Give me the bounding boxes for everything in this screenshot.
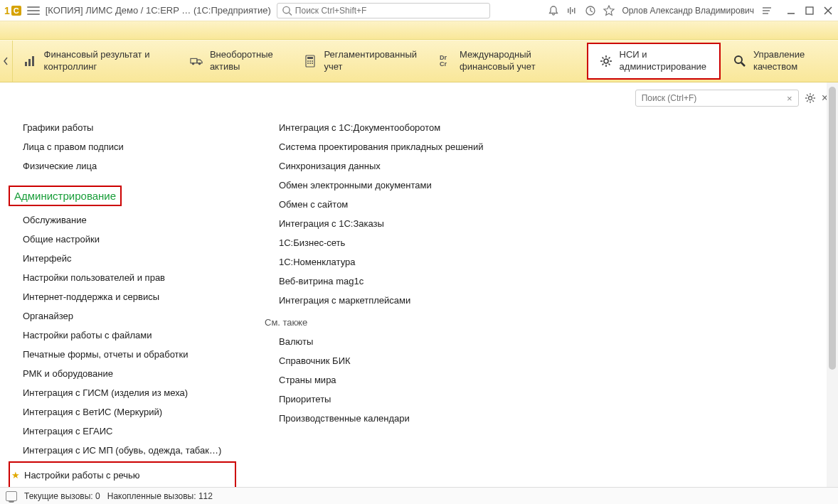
menu-column-1: Графики работы Лица с правом подписи Физ… [9, 118, 236, 487]
star-icon[interactable] [603, 5, 615, 16]
link-users-rights-settings[interactable]: Настройки пользователей и прав [9, 268, 236, 287]
truck-icon [190, 55, 203, 68]
accumulated-calls-value: 112 [198, 491, 213, 501]
link-nomenclature[interactable]: 1С:Номенклатура [265, 252, 535, 272]
global-search-input[interactable] [295, 6, 485, 16]
maximize-icon[interactable] [804, 5, 815, 16]
svg-rect-4 [572, 9, 573, 12]
svg-line-30 [741, 63, 745, 66]
link-general-settings[interactable]: Общие настройки [9, 230, 236, 249]
nav-fixed-assets[interactable]: Внеоборотные активы [179, 41, 293, 82]
nav-scroll-left[interactable] [0, 41, 13, 82]
menu-column-2: Интеграция с 1С:Документооборотом Систем… [265, 118, 535, 487]
panel-search[interactable]: × [635, 90, 799, 107]
history-icon[interactable] [585, 5, 596, 16]
section-nav: Финансовый результат и контроллинг Внеоб… [0, 40, 838, 82]
svg-point-18 [192, 63, 195, 65]
svg-point-22 [307, 60, 309, 62]
nav-regulated-accounting[interactable]: Регламентированный учет [292, 41, 428, 82]
title-actions: Орлов Александр Владимирович [548, 5, 834, 16]
link-signatories[interactable]: Лица с правом подписи [9, 137, 236, 156]
window-title: [КОПИЯ] ЛИМС Демо / 1C:ERP … (1С:Предпри… [46, 5, 271, 16]
status-monitor-icon[interactable] [6, 491, 17, 501]
link-ismp-integration[interactable]: Интеграция с ИС МП (обувь, одежда, табак… [9, 441, 236, 460]
svg-point-25 [307, 63, 309, 64]
svg-rect-16 [32, 56, 34, 66]
svg-point-24 [312, 60, 313, 62]
link-doc-flow-integration[interactable]: Интеграция с 1С:Документооборотом [265, 118, 535, 137]
dr-cr-icon: DrCr [440, 55, 452, 68]
link-interface[interactable]: Интерфейс [9, 249, 236, 268]
svg-point-0 [283, 6, 290, 13]
link-business-network[interactable]: 1С:Бизнес-сеть [265, 233, 535, 252]
current-calls: Текущие вызовы: 0 [24, 491, 100, 501]
link-gism-integration[interactable]: Интеграция с ГИСМ (изделия из меха) [9, 383, 236, 402]
link-print-forms[interactable]: Печатные формы, отчеты и обработки [9, 345, 236, 364]
svg-point-26 [309, 63, 311, 64]
bell-icon[interactable] [548, 5, 559, 16]
search-icon [733, 55, 746, 68]
menu-lines-icon[interactable] [761, 5, 773, 16]
scrollbar-thumb[interactable] [829, 87, 836, 370]
panel-settings-icon[interactable] [805, 92, 816, 104]
link-edoc-exchange[interactable]: Обмен электронными документами [265, 176, 535, 195]
global-search[interactable] [277, 3, 490, 18]
link-app-design-system[interactable]: Система проектирования прикладных решени… [265, 137, 535, 156]
link-vetis-integration[interactable]: Интеграция с ВетИС (Меркурий) [9, 402, 236, 422]
link-site-exchange[interactable]: Обмен с сайтом [265, 195, 535, 214]
link-speech-settings[interactable]: ★ Настройки работы с речью [9, 461, 236, 487]
nav-nsi-administration[interactable]: НСИ и администрирование [587, 43, 721, 80]
link-marketplaces[interactable]: Интеграция с маркетплейсами [265, 291, 535, 310]
link-work-schedules[interactable]: Графики работы [9, 118, 236, 137]
sound-icon[interactable] [566, 5, 578, 16]
svg-rect-17 [191, 58, 197, 63]
main-menu-icon[interactable] [27, 4, 40, 17]
panel-search-input[interactable] [639, 93, 784, 103]
link-egais-integration[interactable]: Интеграция с ЕГАИС [9, 422, 236, 441]
nav-international-accounting[interactable]: DrCr Международный финансовый учет [428, 41, 585, 82]
link-web-showcase[interactable]: Веб-витрина mag1c [265, 272, 535, 291]
link-bik-directory[interactable]: Справочник БИК [265, 351, 535, 370]
svg-point-27 [312, 63, 313, 64]
link-organizer[interactable]: Органайзер [9, 306, 236, 326]
username-label[interactable]: Орлов Александр Владимирович [622, 6, 754, 16]
decor-band [0, 21, 838, 40]
clear-search-button[interactable]: × [784, 93, 795, 104]
link-file-settings[interactable]: Настройки работы с файлами [9, 326, 236, 345]
link-countries[interactable]: Страны мира [265, 370, 535, 390]
link-maintenance[interactable]: Обслуживание [9, 210, 236, 230]
calculator-icon [304, 55, 317, 68]
minimize-icon[interactable] [785, 5, 797, 16]
link-production-calendars[interactable]: Производственные календари [265, 409, 535, 428]
current-calls-value: 0 [95, 491, 100, 501]
search-icon [282, 5, 292, 16]
svg-rect-5 [574, 8, 576, 14]
close-icon[interactable] [822, 5, 834, 16]
vertical-scrollbar[interactable] [827, 82, 838, 487]
content-toolbar: × × [635, 90, 828, 107]
nav-label: Управление качеством [753, 49, 827, 73]
link-speech-settings-label: Настройки работы с речью [23, 466, 140, 485]
content-area: × × Графики работы Лица с правом подписи… [0, 82, 838, 487]
link-currencies[interactable]: Валюты [265, 332, 535, 351]
link-rmk-equipment[interactable]: РМК и оборудование [9, 364, 236, 383]
favorite-star-icon: ★ [11, 470, 20, 481]
status-bar: Текущие вызовы: 0 Накопленные вызовы: 11… [0, 487, 838, 504]
nav-financial-result[interactable]: Финансовый результат и контроллинг [13, 41, 179, 82]
accumulated-calls: Накопленные вызовы: 112 [107, 491, 213, 501]
section-administration-header: Администрирование [9, 186, 122, 206]
link-data-sync[interactable]: Синхронизация данных [265, 156, 535, 176]
link-priorities[interactable]: Приоритеты [265, 390, 535, 409]
nav-label: Внеоборотные активы [210, 49, 282, 73]
svg-point-23 [309, 60, 311, 62]
link-orders-integration[interactable]: Интеграция с 1С:Заказы [265, 214, 535, 233]
nav-quality-management[interactable]: Управление качеством [722, 41, 838, 82]
svg-rect-21 [307, 57, 313, 59]
title-bar: 1С [КОПИЯ] ЛИМС Демо / 1C:ERP … (1С:Пред… [0, 0, 838, 21]
link-internet-support[interactable]: Интернет-поддержка и сервисы [9, 287, 236, 306]
accumulated-calls-label: Накопленные вызовы: [107, 491, 196, 501]
svg-point-28 [604, 59, 608, 63]
nav-label: НСИ и администрирование [620, 49, 708, 73]
link-individuals[interactable]: Физические лица [9, 156, 236, 176]
svg-point-31 [808, 97, 812, 100]
